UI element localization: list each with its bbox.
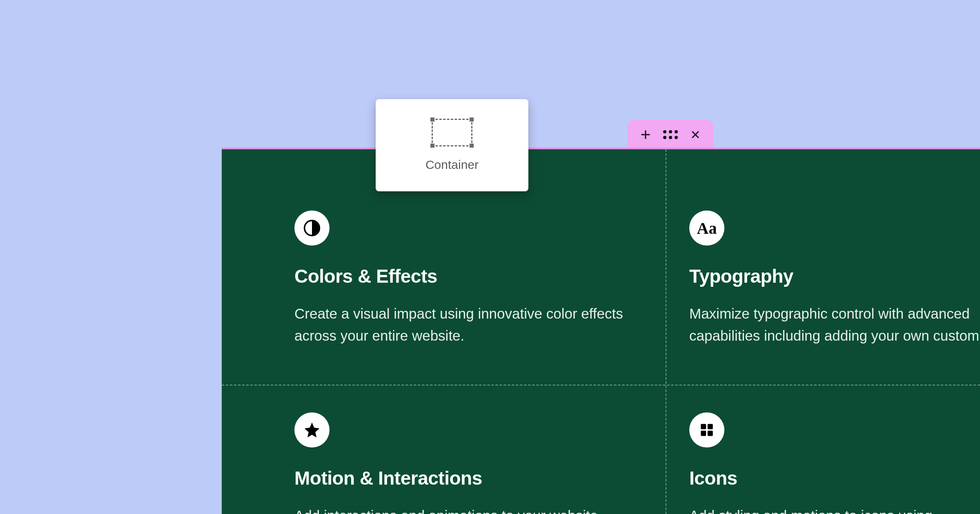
svg-rect-7 bbox=[701, 431, 706, 436]
svg-rect-8 bbox=[708, 431, 713, 436]
container-icon bbox=[432, 119, 472, 146]
close-button[interactable] bbox=[687, 126, 704, 143]
svg-rect-5 bbox=[701, 424, 706, 429]
feature-body: Maximize typographic control with advanc… bbox=[689, 303, 980, 347]
feature-title: Typography bbox=[689, 265, 980, 287]
feature-title: Icons bbox=[689, 467, 980, 489]
star-icon bbox=[294, 412, 330, 448]
drag-dots-icon bbox=[663, 130, 678, 139]
feature-body: Create a visual impact using innovative … bbox=[294, 303, 629, 347]
feature-title: Motion & Interactions bbox=[294, 467, 629, 489]
drag-preview-container[interactable]: Container bbox=[376, 99, 528, 191]
feature-cell-typography[interactable]: Aa Typography Maximize typographic contr… bbox=[689, 210, 980, 347]
contrast-icon bbox=[294, 210, 330, 246]
svg-rect-6 bbox=[708, 424, 713, 429]
feature-cell-motion[interactable]: Motion & Interactions Add interactions a… bbox=[294, 412, 629, 514]
feature-body: Add interactions and animations to your … bbox=[294, 505, 629, 514]
typography-icon: Aa bbox=[689, 210, 724, 246]
selection-toolbar bbox=[628, 120, 713, 149]
feature-cell-icons[interactable]: Icons Add styling and motions to icons u… bbox=[689, 412, 980, 514]
add-button[interactable] bbox=[637, 126, 654, 143]
feature-body: Add styling and motions to icons using bbox=[689, 505, 980, 514]
feature-title: Colors & Effects bbox=[294, 265, 629, 287]
feature-cell-colors[interactable]: Colors & Effects Create a visual impact … bbox=[294, 210, 629, 347]
drag-handle[interactable] bbox=[662, 126, 679, 143]
grid-icon bbox=[689, 412, 724, 448]
editor-canvas[interactable]: Colors & Effects Create a visual impact … bbox=[222, 148, 980, 514]
drag-preview-label: Container bbox=[425, 158, 479, 172]
